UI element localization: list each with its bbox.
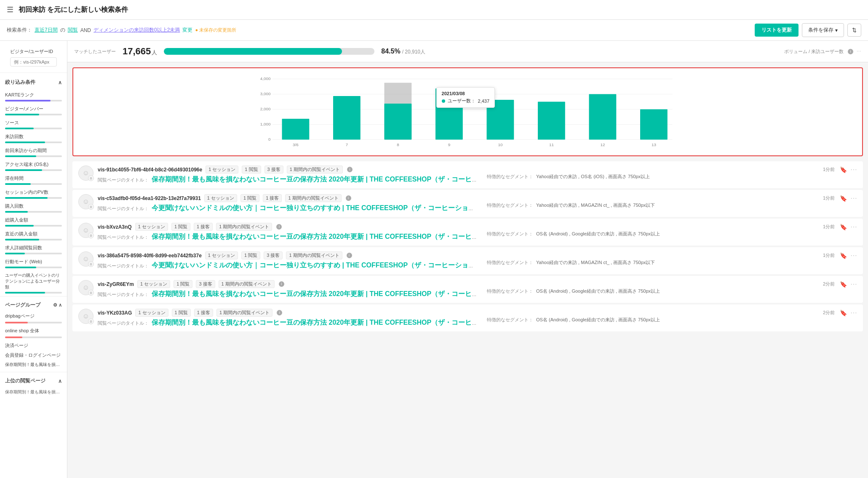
- user-id[interactable]: vis-91bc4055-7bf6-4bf4-b8c2-06d49301096e: [98, 167, 202, 173]
- user-events: 1 期間内の閲覧イベント: [216, 309, 272, 317]
- filter-visitor-member[interactable]: ビジター/メンバー: [0, 104, 67, 113]
- page-title-text[interactable]: 保存期間別！最も風味を損なわないコーヒー豆の保存方法 2020年更新 | THE…: [152, 319, 477, 326]
- user-questions: 1 閲覧: [241, 251, 260, 259]
- more-icon[interactable]: ⋯: [850, 251, 857, 259]
- more-icon[interactable]: ⋯: [850, 280, 857, 288]
- bookmark-icon[interactable]: 🔖: [840, 224, 847, 230]
- events-info-icon[interactable]: i: [346, 195, 351, 201]
- user-item: ☺ 0 vis-bXvzA3nQ 1 セッション 1 閲覧 1 接客 1 期間内…: [72, 219, 863, 246]
- conditions-link1[interactable]: 直近7日間: [35, 27, 58, 34]
- conditions-prefix: 検索条件：: [7, 27, 32, 34]
- user-page: 閲覧ページのタイトル： 保存期間別！最も風味を損なわないコーヒー豆の保存方法 2…: [98, 318, 477, 327]
- svg-rect-15: [487, 100, 514, 140]
- user-visits: 1 接客: [194, 223, 213, 231]
- events-info-icon[interactable]: i: [347, 167, 353, 172]
- conditions-change[interactable]: 変更: [182, 27, 192, 34]
- page-group-storage[interactable]: 保存期間別！最も風味を損なわないコー...: [0, 360, 67, 369]
- top-page-item-1[interactable]: 保存期間別！最も風味を損なわないコー...: [5, 389, 62, 395]
- user-id-row: vis-c53adfb0-f05d-4ea1-922b-13e2f7a79931…: [98, 194, 819, 202]
- unsaved-indicator: ● 未保存の変更箇所: [195, 27, 236, 33]
- filter-purchase-count-bar: [5, 211, 62, 213]
- more-icon[interactable]: ⋯: [850, 223, 857, 231]
- avatar: ☺ 0: [78, 251, 93, 267]
- bookmark-icon[interactable]: 🔖: [840, 252, 847, 259]
- filter-pv-count[interactable]: セッション内のPV数: [0, 187, 67, 196]
- bookmark-icon[interactable]: 🔖: [840, 310, 847, 316]
- events-info-icon[interactable]: i: [347, 253, 352, 258]
- avatar: ☺ 0: [78, 166, 93, 181]
- user-id[interactable]: vis-YKz033AG: [98, 310, 132, 316]
- filter-source[interactable]: ソース: [0, 118, 67, 127]
- page-title-text[interactable]: 保存期間別！最も風味を損なわないコーヒー豆の保存方法 2020年更新 | THE…: [152, 290, 477, 297]
- top-pages-section-header[interactable]: 上位の閲覧ページ ∧: [0, 375, 67, 387]
- conditions-link3[interactable]: ディメンションの来訪回数0以上2未満: [93, 27, 180, 34]
- bookmark-icon[interactable]: 🔖: [840, 195, 847, 202]
- hamburger-menu[interactable]: ☰: [7, 5, 13, 14]
- bookmark-icon[interactable]: 🔖: [840, 166, 847, 173]
- sort-button[interactable]: ⇅: [847, 24, 861, 37]
- user-id[interactable]: vis-c53adfb0-f05d-4ea1-922b-13e2f7a79931: [98, 195, 201, 201]
- filter-behavior-mode-bar: [5, 267, 62, 268]
- page-title-text[interactable]: 保存期間別！最も風味を損なわないコーヒー豆の保存方法 2020年更新 | THE…: [152, 176, 477, 183]
- svg-rect-17: [589, 94, 617, 140]
- content-area: マッチしたユーザー 17,665 人 84.5% / 20,910人 ボリューム…: [67, 41, 868, 478]
- user-id[interactable]: vis-386a5475-8598-40f6-8d99-eeb7442fb37e: [98, 253, 202, 259]
- user-time: 1分前: [823, 166, 835, 173]
- page-label: 閲覧ページのタイトル：: [98, 206, 149, 211]
- page-title-text[interactable]: 今更聞けないハンドミルの使い方｜コーヒー独り立ちのすすめ | THE COFFE…: [152, 262, 477, 269]
- page-group-dripbag[interactable]: dripbagページ: [0, 311, 67, 321]
- filter-behavior-mode[interactable]: 行動モード (Web): [0, 257, 67, 266]
- page-group-section-header[interactable]: ページグループ ⚙ ∧: [0, 299, 67, 311]
- volume-info-icon[interactable]: i: [848, 49, 853, 54]
- user-id[interactable]: vis-bXvzA3nQ: [98, 224, 132, 230]
- bookmark-icon[interactable]: 🔖: [840, 281, 847, 288]
- more-icon[interactable]: ⋯: [850, 309, 857, 317]
- filter-stay-time[interactable]: 滞在時間: [0, 174, 67, 182]
- svg-text:4,000: 4,000: [260, 76, 271, 81]
- svg-text:0: 0: [268, 137, 271, 142]
- conditions-of: の: [60, 27, 65, 34]
- stats-percentage: 84.5% / 20,910人: [381, 48, 425, 56]
- filter-last-visit[interactable]: 前回来訪からの期間: [0, 146, 67, 155]
- filter-source-bar: [5, 128, 62, 129]
- user-item: ☺ 0 vis-ZyGR6EYm 1 セッション 1 閲覧 3 接客 1 期間内…: [72, 276, 863, 303]
- page-group-online-shop[interactable]: online shop 全体: [0, 326, 67, 336]
- page-group-dripbag-bar: [5, 322, 62, 323]
- user-segment: 特徴的なセグメント： Yahoo経由での来訪 , OS名 (iOS) , 画面高…: [487, 174, 650, 180]
- page-group-checkout[interactable]: 決済ページ: [0, 341, 67, 350]
- user-segment: 特徴的なセグメント： OS名 (Android) , Google経由での来訪 …: [487, 231, 660, 237]
- user-item-right: 2分前 🔖 ⋯: [823, 280, 857, 288]
- user-sessions: 1 セッション: [135, 223, 168, 231]
- events-info-icon[interactable]: i: [277, 310, 282, 315]
- filter-device[interactable]: アクセス端末 (OS名): [0, 160, 67, 168]
- page-group-account[interactable]: 会員登録・ログインページ: [0, 350, 67, 360]
- filter-job-views[interactable]: 求人詳細閲覧回数: [0, 243, 67, 252]
- user-visits: 3 接客: [196, 280, 215, 288]
- user-item: ☺ 0 vis-YKz033AG 1 セッション 1 閲覧 1 接客 1 期間内…: [72, 304, 863, 331]
- user-id[interactable]: vis-ZyGR6EYm: [98, 281, 134, 287]
- filter-total-amount[interactable]: 総購入金額: [0, 215, 67, 224]
- page-title-text[interactable]: 保存期間別！最も風味を損なわないコーヒー豆の保存方法 2020年更新 | THE…: [152, 233, 477, 240]
- update-list-button[interactable]: リストを更新: [755, 24, 799, 37]
- conditions-link2[interactable]: 閲覧: [68, 27, 78, 34]
- user-info: vis-ZyGR6EYm 1 セッション 1 閲覧 3 接客 1 期間内の閲覧イ…: [98, 280, 819, 299]
- avatar: ☺ 0: [78, 223, 93, 238]
- filter-visit-count[interactable]: 来訪回数: [0, 132, 67, 141]
- page-title-text[interactable]: 今更聞けないハンドミルの使い方｜コーヒー独り立ちのすすめ | THE COFFE…: [152, 204, 477, 211]
- header: ☰ 初回来訪 を元にした新しい検索条件: [0, 0, 868, 20]
- filter-recent-amount[interactable]: 直近の購入金額: [0, 229, 67, 238]
- visitor-id-input[interactable]: [10, 57, 57, 67]
- user-questions: 1 閲覧: [240, 194, 259, 202]
- user-info: vis-bXvzA3nQ 1 セッション 1 閲覧 1 接客 1 期間内の閲覧イ…: [98, 223, 819, 241]
- filter-purchase-count[interactable]: 購入回数: [0, 201, 67, 210]
- filter-karte-rank[interactable]: KARTEランク: [0, 90, 67, 99]
- user-events: 1 期間内の閲覧イベント: [216, 223, 272, 231]
- filter-recent-amount-bar: [5, 239, 62, 240]
- chart-container: 4,000 3,000 2,000 1,000 0: [72, 67, 863, 156]
- events-info-icon[interactable]: i: [279, 281, 284, 287]
- more-icon[interactable]: ⋯: [850, 194, 857, 202]
- events-info-icon[interactable]: i: [276, 224, 282, 230]
- filter-retention[interactable]: ユーザーの購入イベントのリテンションによるユーザー分類: [0, 271, 67, 291]
- save-conditions-button[interactable]: 条件を保存 ▾: [802, 23, 844, 37]
- more-icon[interactable]: ⋯: [850, 166, 857, 174]
